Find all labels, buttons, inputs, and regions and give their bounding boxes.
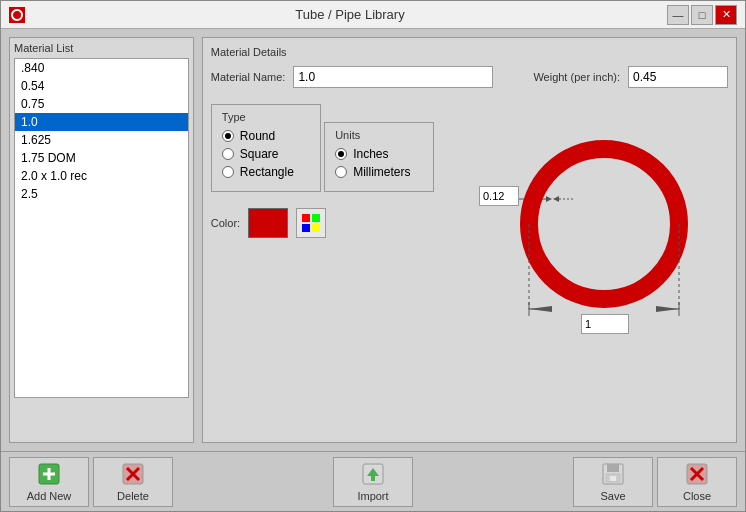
list-item[interactable]: 2.0 x 1.0 rec [15, 167, 188, 185]
millimeters-label: Millimeters [353, 165, 410, 179]
shape-preview-svg [474, 94, 694, 344]
material-name-label: Material Name: [211, 71, 286, 83]
svg-marker-6 [546, 196, 552, 202]
left-controls: Type Round Square Rectangle [211, 104, 434, 347]
list-item[interactable]: .840 [15, 59, 188, 77]
rectangle-label: Rectangle [240, 165, 294, 179]
close-button[interactable]: Close [657, 457, 737, 507]
rectangle-radio[interactable] [222, 166, 234, 178]
svg-point-0 [12, 10, 22, 20]
round-label: Round [240, 129, 275, 143]
material-name-group: Material Name: [211, 66, 494, 88]
main-window: Tube / Pipe Library — □ ✕ Material List … [0, 0, 746, 512]
weight-input[interactable] [628, 66, 728, 88]
delete-icon [121, 462, 145, 486]
import-icon [361, 462, 385, 486]
delete-button[interactable]: Delete [93, 457, 173, 507]
material-list-label: Material List [14, 42, 189, 54]
bottom-toolbar: Add New Delete Import [1, 451, 745, 511]
inches-radio[interactable] [335, 148, 347, 160]
color-picker-button[interactable] [296, 208, 326, 238]
save-button[interactable]: Save [573, 457, 653, 507]
close-label: Close [683, 490, 711, 502]
list-item[interactable]: 0.75 [15, 95, 188, 113]
list-item[interactable]: 1.625 [15, 131, 188, 149]
units-group: Units Inches Millimeters [324, 122, 434, 192]
add-new-button[interactable]: Add New [9, 457, 89, 507]
window-controls: — □ ✕ [667, 5, 737, 25]
close-window-button[interactable]: ✕ [715, 5, 737, 25]
millimeters-radio[interactable] [335, 166, 347, 178]
svg-rect-1 [302, 214, 310, 222]
svg-rect-2 [312, 214, 320, 222]
type-label: Type [222, 111, 310, 123]
svg-rect-3 [302, 224, 310, 232]
svg-marker-7 [553, 196, 559, 202]
list-item[interactable]: 2.5 [15, 185, 188, 203]
units-label: Units [335, 129, 423, 141]
maximize-button[interactable]: □ [691, 5, 713, 25]
inches-label: Inches [353, 147, 388, 161]
weight-group: Weight (per inch): [533, 66, 728, 88]
type-square-option[interactable]: Square [222, 147, 310, 161]
minimize-button[interactable]: — [667, 5, 689, 25]
top-row: Material Name: Weight (per inch): [211, 66, 728, 96]
material-list-box[interactable]: .8400.540.751.01.6251.75 DOM2.0 x 1.0 re… [14, 58, 189, 398]
type-rectangle-option[interactable]: Rectangle [222, 165, 310, 179]
list-item[interactable]: 1.75 DOM [15, 149, 188, 167]
material-details-label: Material Details [211, 46, 728, 58]
color-swatch[interactable] [248, 208, 288, 238]
units-millimeters-option[interactable]: Millimeters [335, 165, 423, 179]
add-new-label: Add New [27, 490, 72, 502]
add-new-icon [37, 462, 61, 486]
close-icon [685, 462, 709, 486]
svg-point-9 [529, 149, 679, 299]
import-label: Import [357, 490, 388, 502]
import-button[interactable]: Import [333, 457, 413, 507]
square-radio[interactable] [222, 148, 234, 160]
list-item[interactable]: 0.54 [15, 77, 188, 95]
material-details-panel: Material Details Material Name: Weight (… [202, 37, 737, 443]
save-icon [601, 462, 625, 486]
weight-label: Weight (per inch): [533, 71, 620, 83]
middle-section: Type Round Square Rectangle [211, 104, 728, 347]
type-round-option[interactable]: Round [222, 129, 310, 143]
svg-rect-27 [607, 464, 619, 472]
round-radio[interactable] [222, 130, 234, 142]
units-inches-option[interactable]: Inches [335, 147, 423, 161]
type-group: Type Round Square Rectangle [211, 104, 321, 192]
color-label: Color: [211, 217, 240, 229]
svg-rect-29 [610, 476, 616, 481]
svg-marker-13 [656, 306, 679, 312]
list-item[interactable]: 1.0 [15, 113, 188, 131]
material-list-panel: Material List .8400.540.751.01.6251.75 D… [9, 37, 194, 443]
save-label: Save [600, 490, 625, 502]
material-name-input[interactable] [293, 66, 493, 88]
color-section: Color: [211, 208, 434, 238]
window-title: Tube / Pipe Library [33, 7, 667, 22]
svg-marker-11 [529, 306, 552, 312]
title-bar: Tube / Pipe Library — □ ✕ [1, 1, 745, 29]
delete-label: Delete [117, 490, 149, 502]
shape-preview-area [474, 94, 694, 347]
svg-rect-4 [312, 224, 320, 232]
app-icon [9, 7, 25, 23]
main-content: Material List .8400.540.751.01.6251.75 D… [1, 29, 745, 451]
square-label: Square [240, 147, 279, 161]
